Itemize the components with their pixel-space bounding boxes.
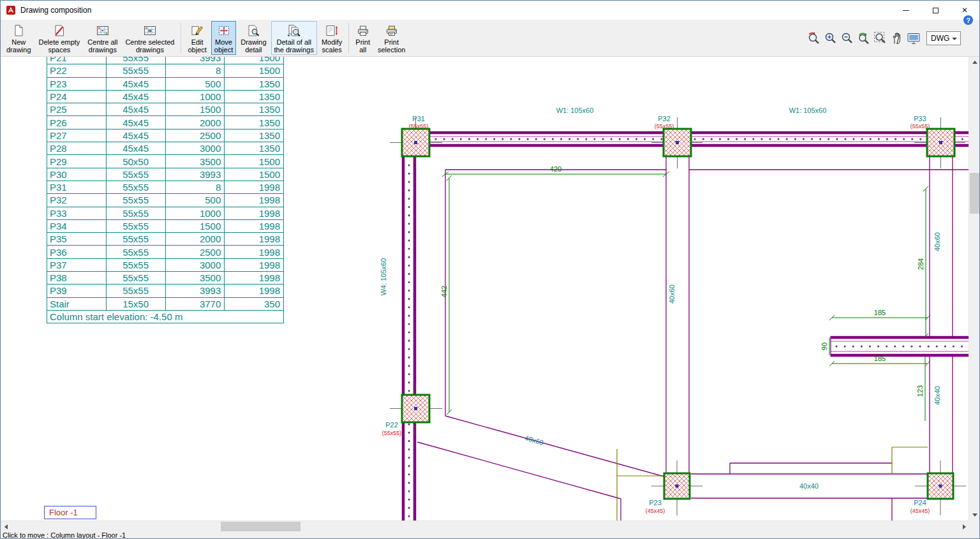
pan-hand-icon xyxy=(890,31,904,45)
modify-scales-button[interactable]: Modifyscales xyxy=(318,21,345,55)
maximize-button[interactable] xyxy=(921,1,950,20)
pan-button[interactable] xyxy=(889,30,905,46)
move-object-button[interactable]: Moveobject xyxy=(211,21,236,55)
button-label: Printall xyxy=(355,38,370,54)
wall-mid-right xyxy=(831,336,970,357)
floor-tab-label: Floor -1 xyxy=(49,508,78,517)
view-tools: DWG xyxy=(806,21,977,55)
beam-label-40x60-vertical: 40x60 xyxy=(668,284,676,304)
column-size-p23: (45x45) xyxy=(646,508,665,514)
button-label: Centre alldrawings xyxy=(87,38,117,54)
button-label: Printselection xyxy=(378,38,405,54)
column-size-p32: (55x55) xyxy=(655,123,674,129)
status-text: Click to move : Column layout - Floor -1 xyxy=(3,531,126,539)
edit-object-icon xyxy=(190,24,204,37)
drawing-canvas[interactable]: P21 55x55 3993 1500 P22 55x55 8 1500 P23 xyxy=(1,57,970,521)
zoom-refresh-icon xyxy=(857,31,871,45)
export-format-value: DWG xyxy=(931,34,949,43)
centre-all-drawings-icon xyxy=(96,24,110,37)
horizontal-scrollbar-thumb[interactable] xyxy=(221,522,301,531)
dim-185-bottom: 185 xyxy=(874,355,886,362)
window-title: Drawing composition xyxy=(20,6,91,15)
print-selection-button[interactable]: Printselection xyxy=(375,21,408,55)
print-all-button[interactable]: Printall xyxy=(352,21,373,55)
button-label: Centre selecteddrawings xyxy=(125,38,174,54)
column-label-p23: P23 xyxy=(649,499,662,506)
move-object-icon xyxy=(217,24,231,37)
zoom-previous-icon xyxy=(807,31,821,45)
column-size-p33: (55x55) xyxy=(910,123,930,129)
dim-442: 442 xyxy=(440,286,448,297)
dim-123: 123 xyxy=(916,385,924,397)
fit-view-icon xyxy=(907,31,921,45)
plan-labels: W1: 105x60 W1: 105x60 W4: 105x60 P31 (55… xyxy=(380,107,941,514)
scroll-right-icon xyxy=(963,524,966,529)
status-bar: Click to move : Column layout - Floor -1 xyxy=(1,531,979,539)
button-label: Modifyscales xyxy=(322,38,342,54)
new-drawing-button[interactable]: Newdrawing xyxy=(3,21,34,55)
column-label-p24: P24 xyxy=(914,499,926,506)
print-selection-icon xyxy=(385,24,399,37)
detail-of-all-drawings-icon xyxy=(287,24,301,37)
button-label: Detail of allthe drawings xyxy=(274,38,314,54)
centre-all-drawings-button[interactable]: Centre alldrawings xyxy=(84,21,121,55)
drawing-detail-icon xyxy=(246,24,260,37)
column-size-p24: (45x45) xyxy=(910,508,930,514)
zoom-out-button[interactable] xyxy=(839,30,855,46)
dim-90: 90 xyxy=(820,343,828,350)
help-icon: ? xyxy=(966,17,970,24)
beam-label-40x60-diagonal: 40x60 xyxy=(524,434,544,447)
scroll-down-button[interactable] xyxy=(969,510,980,521)
delete-empty-spaces-button[interactable]: Delete emptyspaces xyxy=(36,21,84,55)
scroll-up-icon xyxy=(972,61,977,64)
close-icon: ✕ xyxy=(961,6,968,15)
scroll-up-button[interactable] xyxy=(969,57,980,68)
wall-label-w4: W4: 105x60 xyxy=(380,258,387,296)
column-size-p22: (55x55) xyxy=(382,430,402,436)
centre-selected-drawings-icon xyxy=(143,24,157,37)
minimize-button[interactable] xyxy=(891,1,921,20)
floor-plan-drawing[interactable]: W1: 105x60 W1: 105x60 W4: 105x60 P31 (55… xyxy=(1,57,970,521)
column-label-p31: P31 xyxy=(412,115,425,122)
wall-label-w1-left: W1: 105x60 xyxy=(556,107,594,114)
wall-label-w1-right: W1: 105x60 xyxy=(789,107,827,114)
modify-scales-icon xyxy=(325,24,339,37)
toolbar-separator xyxy=(181,23,181,53)
zoom-refresh-button[interactable] xyxy=(856,30,872,46)
column-size-p31: (55x55) xyxy=(409,123,429,129)
horizontal-scrollbar[interactable] xyxy=(1,521,970,531)
detail-of-all-drawings-button[interactable]: Detail of allthe drawings xyxy=(271,21,317,55)
scroll-left-button[interactable] xyxy=(1,521,11,532)
vertical-scrollbar[interactable] xyxy=(969,57,979,521)
wall-w4 xyxy=(403,133,415,521)
export-format-select[interactable]: DWG xyxy=(926,31,961,45)
button-label: Newdrawing xyxy=(6,38,31,54)
fit-view-button[interactable] xyxy=(905,30,921,46)
scroll-left-icon xyxy=(4,524,8,529)
minimize-icon xyxy=(903,10,909,11)
edit-object-button[interactable]: Editobject xyxy=(184,21,209,55)
column-label-p33: P33 xyxy=(914,115,926,122)
zoom-extents-button[interactable] xyxy=(872,30,888,46)
centre-selected-drawings-button[interactable]: Centre selecteddrawings xyxy=(122,21,177,55)
titlebar[interactable]: Drawing composition ✕ xyxy=(1,1,979,20)
beam-label-40x40-horizontal: 40x40 xyxy=(799,482,819,490)
beam-label-40x60-right: 40x60 xyxy=(933,232,941,251)
app-icon xyxy=(6,5,16,15)
delete-empty-spaces-icon xyxy=(52,24,66,37)
button-label: Drawingdetail xyxy=(241,38,266,54)
help-button[interactable]: ? xyxy=(963,15,973,25)
chevron-down-icon xyxy=(952,38,957,40)
zoom-previous-button[interactable] xyxy=(806,30,822,46)
zoom-in-button[interactable] xyxy=(822,30,838,46)
zoom-extents-icon xyxy=(873,31,887,45)
button-label: Editobject xyxy=(188,38,206,54)
new-drawing-icon xyxy=(11,24,26,37)
toolbar: Newdrawing Delete emptyspaces Centre all… xyxy=(1,20,979,57)
scroll-down-icon xyxy=(972,513,977,517)
floor-tab[interactable]: Floor -1 xyxy=(44,506,96,519)
zoom-in-icon xyxy=(824,31,838,45)
drawing-detail-button[interactable]: Drawingdetail xyxy=(237,21,269,55)
vertical-scrollbar-thumb xyxy=(970,173,979,214)
dim-420: 420 xyxy=(550,165,561,173)
